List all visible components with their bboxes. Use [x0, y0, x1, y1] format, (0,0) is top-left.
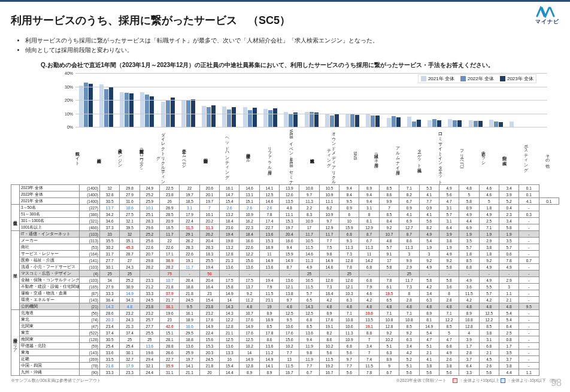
page-title: 利用サービスのうち、採用に繋がったサービス （SC5）: [11, 13, 559, 28]
footnote-sort: ※2023年全体で降順ソート: [396, 378, 447, 384]
data-table: 2023年 全体(1400)3229.824.922.52220.616.114…: [11, 184, 559, 376]
footnote-legend: ：全体より+10pt以上 ：全体より-10pt以下 （%）: [453, 378, 559, 384]
footnote-left: ※サンプル数が30s未満は参考値でグレーアウト: [11, 378, 101, 384]
page-number: 98: [551, 378, 562, 388]
question-text: Q.お勤めの会社で直近1年間（2023年1月～2023年12月）の正社員の中途社…: [41, 61, 559, 69]
summary-bullets: 利用サービスのうち採用に繋がったサービスは「転職サイト」が最多で、次いで「人材紹…: [22, 36, 559, 55]
brand-text: マイナビ: [535, 18, 559, 26]
bar-chart: 2021年 全体 2022年 全体 2023年 全体 0%10%20%30%40…: [59, 73, 550, 127]
brand-logo: マイナビ: [535, 6, 559, 26]
